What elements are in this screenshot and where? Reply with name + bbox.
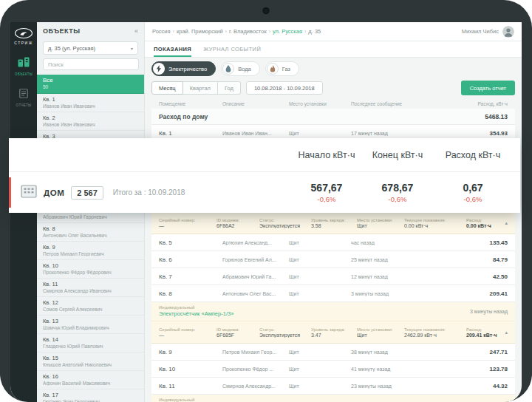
delta-badge: -0,6% <box>362 195 433 203</box>
table-row[interactable]: Кв. 11 Смирнов Александр... Щит 23 минут… <box>151 378 515 395</box>
overlay-zoom-card: Начало кВт·ч Конец кВт·ч Расход кВт·ч ДО… <box>9 138 520 213</box>
breadcrumb-item-street[interactable]: ул. Русская <box>273 28 302 35</box>
col-room: Помещение <box>159 101 222 106</box>
collapse-sidebar-icon[interactable]: « <box>134 27 138 35</box>
breadcrumb-item[interactable]: край. Приморский <box>177 28 223 35</box>
filter-bar: Месяц Квартал Год 10.08.2018 - 10.09.201… <box>151 81 515 95</box>
overlay-header: Начало кВт·ч Конец кВт·ч Расход кВт·ч <box>9 138 520 172</box>
service-label: Вода <box>238 66 251 72</box>
table-row[interactable]: Кв. 9 Петров Михаил Геор... Щит 38 минут… <box>151 344 515 361</box>
building-icon <box>21 185 37 201</box>
list-item[interactable]: Кв. 17Гюттнер Эрик Георгиевич <box>37 389 144 402</box>
list-item[interactable]: Кв. 16Афонин Василий Максимович <box>37 371 144 389</box>
service-electricity-toggle[interactable]: Электричество <box>151 61 216 76</box>
meter-type: Индивидуальный <box>159 398 194 402</box>
meter-details-row: Серийный номер:— ID модема:6F685F Статус… <box>151 321 515 344</box>
rail-item-label: ОТЧЕТЫ <box>16 103 32 107</box>
create-report-button[interactable]: Создать отчет <box>461 81 515 95</box>
breadcrumb-separator: › <box>173 29 174 34</box>
service-water-toggle[interactable]: Вода <box>221 61 260 76</box>
meter-section-header[interactable]: Индивидуальный Электросчётчик «Ампер-1/3… <box>151 302 515 321</box>
device-frame: СТРИЖ ОБЪЕКТЫ ОТЧЕТЫ ОБЪЕКТЫ « д. 3 <box>0 0 532 402</box>
search-input[interactable] <box>43 58 139 70</box>
breadcrumb-separator: › <box>304 29 306 34</box>
overlay-usage-value: 0,67 -0,6% <box>433 182 513 203</box>
tab-events[interactable]: ЖУРНАЛ СОБЫТИЙ <box>203 46 261 57</box>
chevron-down-icon: ▾ <box>131 46 133 51</box>
table-row[interactable]: Кв. 8 Антонович Олег Вас... Щит 3 минуты… <box>151 285 515 302</box>
meter-name-link[interactable]: Электросчётчик «Ампер-1/3» <box>159 310 233 317</box>
service-label: Газ <box>282 66 290 72</box>
overlay-total-label: Итого за : 10.09.2018 <box>113 188 185 197</box>
tab-bar: ПОКАЗАНИЯ ЖУРНАЛ СОБЫТИЙ <box>145 41 522 58</box>
period-quarter-button[interactable]: Квартал <box>183 81 218 95</box>
overlay-body: ДОМ 2 567 Итого за : 10.09.2018 567,67 -… <box>9 172 520 213</box>
list-item[interactable]: Кв. 2Иванов Иван Иванович <box>37 112 144 131</box>
delta-badge: -0,6% <box>291 195 362 203</box>
meter-type: Индивидуальный <box>159 305 233 310</box>
service-label: Электричество <box>168 66 207 72</box>
red-accent-bar <box>9 177 11 208</box>
user-name: Михаил Чибис <box>462 28 499 35</box>
table-header: Помещение Описание Место установки После… <box>151 100 515 109</box>
service-toggles: Электричество Вода Газ <box>151 61 515 76</box>
col-place: Место установки <box>289 101 351 106</box>
overlay-count-box: 2 567 <box>71 186 103 200</box>
table-row[interactable]: Кв. 10 Прокопенко Фёдор ... Щит 41 минут… <box>151 361 515 378</box>
delta-badge: -0,6% <box>433 195 513 203</box>
camera-dot <box>263 7 270 14</box>
rail-item-reports[interactable]: ОТЧЕТЫ <box>16 88 32 107</box>
meter-last-message: 3 минуты назад <box>470 309 508 321</box>
list-item[interactable]: Кв. 14Глазденко Юрий Павлович <box>37 334 144 352</box>
address-select[interactable]: д. 35 (ул. Русская) ▾ <box>43 41 138 55</box>
overlay-col-end: Конец кВт·ч <box>362 150 433 160</box>
list-item[interactable]: Кв. 9Петров Михаил Георгиевич <box>37 242 144 260</box>
overlay-col-start: Начало кВт·ч <box>291 150 362 160</box>
chevron-up-icon[interactable]: ▴ <box>499 330 508 335</box>
chevron-up-icon[interactable]: ▴ <box>499 220 508 226</box>
rail-item-objects[interactable]: ОБЪЕКТЫ <box>15 57 33 76</box>
flame-icon <box>267 63 279 75</box>
list-item-count: 50 <box>43 84 138 89</box>
overlay-entity-label: ДОМ <box>44 188 64 197</box>
water-drop-icon <box>222 63 234 75</box>
date-range-input[interactable]: 10.08.2018 - 10.09.2018 <box>246 81 323 95</box>
list-item[interactable]: Кв. 1Иванов Иван Иванович <box>37 94 144 112</box>
address-select-value: д. 35 (ул. Русская) <box>48 45 95 52</box>
apartments-list: Все 50 Кв. 1Иванов Иван Иванович Кв. 2Ив… <box>37 75 144 402</box>
list-item-all[interactable]: Все 50 <box>37 75 144 94</box>
content: Электричество Вода Газ <box>145 58 522 402</box>
service-gas-toggle[interactable]: Газ <box>265 61 299 76</box>
list-item[interactable]: Кв. 12Сомов Сергей Алексеевич <box>37 297 144 316</box>
overlay-start-value: 567,67 -0,6% <box>291 182 362 203</box>
meter-details-row: Серийный номер:— ID модема:6F86A2 Статус… <box>151 212 515 234</box>
list-item[interactable]: Кв. 13Шамчук Юрий Владимирович <box>37 316 144 334</box>
breadcrumb-item-house[interactable]: д. 35 <box>308 28 321 35</box>
table-row[interactable]: Кв. 5 Артюхин Александ... Щит час назад … <box>151 234 515 251</box>
user-menu[interactable]: Михаил Чибис <box>462 26 514 38</box>
list-item[interactable]: Кв. 8Антонович Олег Васильевич <box>37 223 144 242</box>
list-item[interactable]: Кв. 11Смирнов Александр Иванович <box>37 279 144 297</box>
period-year-button[interactable]: Год <box>218 81 241 95</box>
lightning-icon <box>153 63 165 75</box>
overlay-col-usage: Расход кВт·ч <box>433 150 513 160</box>
tab-readings[interactable]: ПОКАЗАНИЯ <box>154 46 191 57</box>
brand-name: СТРИЖ <box>14 41 33 45</box>
list-item[interactable]: Кв. 15Кнышов Анатолий Николаевич <box>37 352 144 371</box>
col-last: Последнее сообщение <box>351 101 450 106</box>
rail-item-label: ОБЪЕКТЫ <box>15 72 33 76</box>
col-desc: Описание <box>222 101 289 106</box>
period-month-button[interactable]: Месяц <box>151 81 183 95</box>
table-row[interactable]: Кв. 6 Горюнов Евгений Ал... Щит 25 минут… <box>151 251 515 268</box>
avatar <box>502 26 514 38</box>
breadcrumb-separator: › <box>225 29 227 34</box>
summary-row: Расход по дому 5468.13 <box>151 109 515 125</box>
list-item[interactable]: Кв. 10Прокопенко Фёдор Фёдорович <box>37 260 144 279</box>
overlay-end-value: 678,67 -0,6% <box>362 182 433 203</box>
table-row[interactable]: Кв. 7 Абрамович Юрий Га... Щит 12 минут … <box>151 268 515 285</box>
meter-section-header[interactable]: Индивидуальный <box>151 395 515 402</box>
breadcrumb-item[interactable]: г. Владивосток <box>229 28 267 35</box>
breadcrumb-item[interactable]: Россия <box>152 28 171 35</box>
strizh-logo-icon <box>15 28 33 38</box>
breadcrumb: Россия › край. Приморский › г. Владивост… <box>145 22 522 41</box>
